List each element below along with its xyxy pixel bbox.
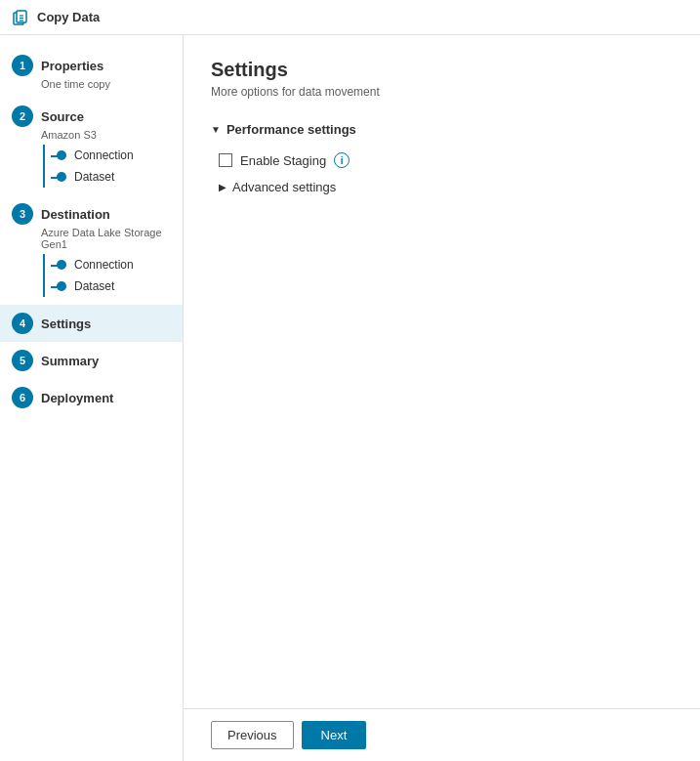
destination-dataset-item[interactable]: Dataset <box>41 275 171 297</box>
page-title: Settings <box>211 59 673 81</box>
content-footer: Previous Next <box>184 708 700 761</box>
enable-staging-label: Enable Staging <box>240 153 326 168</box>
step-circle-2: 2 <box>12 106 33 127</box>
destination-connection-item[interactable]: Connection <box>41 254 171 275</box>
destination-connection-dot <box>57 260 66 270</box>
sidebar-item-destination[interactable]: 3 Destination Azure Data Lake Storage Ge… <box>0 195 183 305</box>
step-label-summary: Summary <box>41 354 99 368</box>
source-dataset-dot <box>57 172 66 182</box>
sidebar-item-source[interactable]: 2 Source Amazon S3 Connection Dataset <box>0 98 183 195</box>
step-label-destination: Destination <box>41 207 110 222</box>
step-circle-1: 1 <box>12 55 33 76</box>
source-subitems: Connection Dataset <box>33 145 171 188</box>
destination-dataset-label: Dataset <box>74 279 114 293</box>
previous-button[interactable]: Previous <box>211 721 294 749</box>
page-subtitle: More options for data movement <box>211 85 673 99</box>
sidebar-item-properties[interactable]: 1 Properties One time copy <box>0 47 183 98</box>
copy-data-icon <box>12 9 29 26</box>
content-body: Settings More options for data movement … <box>184 35 700 708</box>
info-icon[interactable]: i <box>334 152 350 168</box>
chevron-right-icon: ▶ <box>219 182 226 192</box>
step-circle-6: 6 <box>12 387 33 408</box>
step-sublabel-destination: Azure Data Lake Storage Gen1 <box>41 227 171 250</box>
step-circle-3: 3 <box>12 203 33 225</box>
content-area: Settings More options for data movement … <box>184 35 700 761</box>
step-circle-4: 4 <box>12 313 33 334</box>
app-title: Copy Data <box>37 10 100 24</box>
performance-section-header[interactable]: ▼ Performance settings <box>211 122 673 137</box>
performance-section-title: Performance settings <box>226 122 356 137</box>
step-sublabel-source: Amazon S3 <box>41 129 171 141</box>
source-dataset-label: Dataset <box>74 170 114 184</box>
source-connection-item[interactable]: Connection <box>41 145 171 166</box>
sidebar-item-summary[interactable]: 5 Summary <box>0 342 183 379</box>
enable-staging-checkbox[interactable] <box>219 153 232 167</box>
main-layout: 1 Properties One time copy 2 Source Amaz… <box>0 35 700 761</box>
destination-subitems: Connection Dataset <box>33 254 171 297</box>
step-label-settings: Settings <box>41 317 91 331</box>
source-connection-label: Connection <box>74 148 134 162</box>
sidebar-item-deployment[interactable]: 6 Deployment <box>0 379 183 416</box>
sidebar-item-settings[interactable]: 4 Settings <box>0 305 183 342</box>
advanced-settings-row[interactable]: ▶ Advanced settings <box>219 180 673 194</box>
destination-connection-label: Connection <box>74 258 134 272</box>
collapse-arrow-icon: ▼ <box>211 124 221 135</box>
next-button[interactable]: Next <box>302 721 367 749</box>
source-connection-dot <box>57 150 66 160</box>
step-label-source: Source <box>41 109 84 124</box>
destination-dataset-dot <box>57 281 66 291</box>
source-dataset-item[interactable]: Dataset <box>41 166 171 188</box>
enable-staging-row: Enable Staging i <box>219 152 673 168</box>
step-circle-5: 5 <box>12 350 33 371</box>
step-sublabel-properties: One time copy <box>41 78 171 90</box>
step-label-properties: Properties <box>41 59 103 73</box>
sidebar: 1 Properties One time copy 2 Source Amaz… <box>0 35 184 761</box>
advanced-settings-label: Advanced settings <box>232 180 336 194</box>
step-label-deployment: Deployment <box>41 391 113 405</box>
top-bar: Copy Data <box>0 0 700 35</box>
